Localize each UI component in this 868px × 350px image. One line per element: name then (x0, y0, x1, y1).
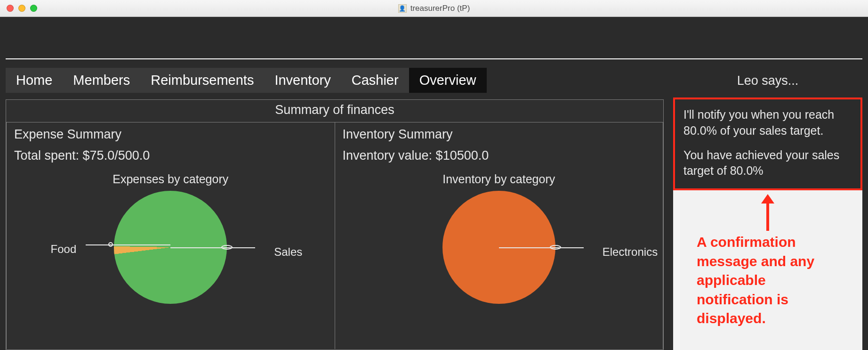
summary-title: Summary of finances (6, 100, 663, 122)
annotation-area: A confirmation message and any applicabl… (673, 190, 862, 350)
tab-inventory[interactable]: Inventory (264, 68, 341, 93)
pie-leader-line (86, 244, 170, 245)
window-title-text: treasurerPro (tP) (410, 4, 470, 13)
zoom-window-button[interactable] (30, 5, 37, 12)
tab-reimbursements[interactable]: Reimbursements (140, 68, 264, 93)
pie-leader-line (499, 247, 584, 248)
leo-says-header: Leo says... (673, 68, 862, 98)
close-window-button[interactable] (7, 5, 14, 12)
annotation-text: A confirmation message and any applicabl… (673, 233, 862, 328)
expense-pie-chart: Sales Food (14, 191, 327, 313)
expense-chart-title: Expenses by category (14, 172, 327, 186)
expense-heading: Expense Summary (14, 127, 327, 142)
expense-pie-label-food: Food (51, 243, 77, 256)
app-icon: 👤 (398, 4, 407, 13)
content-area: Home Members Reimbursements Inventory Ca… (0, 59, 868, 350)
pie-leader-dot (108, 242, 113, 247)
minimize-window-button[interactable] (18, 5, 25, 12)
window-controls (7, 5, 37, 12)
leo-message-line-1: I'll notify you when you reach 80.0% of … (683, 107, 852, 139)
expense-total: Total spent: $75.0/500.0 (14, 148, 327, 163)
window-title: 👤 treasurerPro (tP) (0, 4, 868, 13)
inventory-pie-label-electronics: Electronics (593, 245, 658, 259)
pie-leader-line (170, 247, 255, 248)
inventory-value: Inventory value: $10500.0 (343, 148, 656, 163)
tab-bar: Home Members Reimbursements Inventory Ca… (6, 68, 664, 93)
expense-pie-label-sales: Sales (265, 245, 302, 259)
side-column: Leo says... I'll notify you when you rea… (664, 68, 862, 350)
tab-cashier[interactable]: Cashier (341, 68, 409, 93)
leo-message-line-2: You have achieved your sales target of 8… (683, 147, 852, 179)
expense-pie (114, 191, 227, 304)
toolbar-band (6, 17, 862, 59)
tab-group: Home Members Reimbursements Inventory Ca… (6, 68, 487, 93)
pie-leader-dot (550, 245, 561, 250)
tab-overview[interactable]: Overview (409, 68, 487, 93)
summary-of-finances: Summary of finances Expense Summary Tota… (6, 99, 664, 350)
summary-panels: Expense Summary Total spent: $75.0/500.0… (6, 122, 663, 349)
inventory-pie (442, 191, 555, 304)
leo-message-box: I'll notify you when you reach 80.0% of … (673, 98, 862, 190)
pie-leader-dot (221, 245, 233, 250)
window-titlebar: 👤 treasurerPro (tP) (0, 0, 868, 17)
tab-home[interactable]: Home (6, 68, 63, 93)
inventory-chart-title: Inventory by category (343, 172, 656, 186)
inventory-pie-chart: Electronics (343, 191, 656, 313)
inventory-heading: Inventory Summary (343, 127, 656, 142)
expense-summary-panel: Expense Summary Total spent: $75.0/500.0… (6, 122, 335, 349)
arrow-up-icon (758, 194, 777, 232)
tab-members[interactable]: Members (63, 68, 140, 93)
main-column: Home Members Reimbursements Inventory Ca… (6, 68, 664, 350)
inventory-summary-panel: Inventory Summary Inventory value: $1050… (335, 122, 664, 349)
svg-marker-1 (761, 194, 774, 203)
